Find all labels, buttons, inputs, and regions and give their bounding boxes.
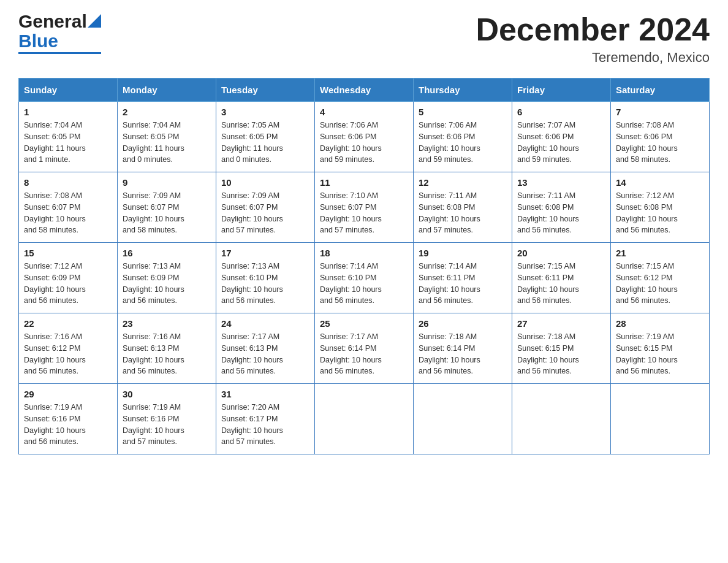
calendar-cell: 21Sunrise: 7:15 AMSunset: 6:12 PMDayligh… — [611, 243, 710, 313]
day-number: 21 — [616, 248, 704, 258]
calendar-cell: 14Sunrise: 7:12 AMSunset: 6:08 PMDayligh… — [611, 172, 710, 243]
day-info: Sunrise: 7:14 AMSunset: 6:10 PMDaylight:… — [320, 261, 408, 307]
day-number: 14 — [616, 177, 704, 188]
calendar-cell: 16Sunrise: 7:13 AMSunset: 6:09 PMDayligh… — [118, 243, 216, 313]
calendar-cell: 18Sunrise: 7:14 AMSunset: 6:10 PMDayligh… — [315, 243, 414, 313]
logo-blue-text: Blue — [18, 31, 58, 52]
day-number: 3 — [221, 107, 309, 117]
calendar-cell: 11Sunrise: 7:10 AMSunset: 6:07 PMDayligh… — [315, 172, 414, 243]
day-number: 6 — [517, 107, 605, 117]
calendar-cell — [414, 384, 512, 454]
day-number: 28 — [616, 318, 704, 329]
day-info: Sunrise: 7:13 AMSunset: 6:10 PMDaylight:… — [221, 261, 309, 307]
day-number: 20 — [517, 248, 605, 258]
calendar-week-row: 29Sunrise: 7:19 AMSunset: 6:16 PMDayligh… — [19, 384, 710, 454]
logo-general-text: General — [18, 12, 87, 31]
logo-triangle-icon — [88, 14, 101, 28]
day-info: Sunrise: 7:15 AMSunset: 6:12 PMDaylight:… — [616, 261, 704, 307]
weekday-header-friday: Friday — [512, 79, 611, 102]
calendar-header: SundayMondayTuesdayWednesdayThursdayFrid… — [19, 79, 710, 102]
page-subtitle: Teremendo, Mexico — [476, 50, 710, 66]
day-info: Sunrise: 7:05 AMSunset: 6:05 PMDaylight:… — [221, 120, 309, 166]
day-number: 29 — [24, 389, 112, 399]
day-number: 26 — [419, 318, 507, 329]
day-info: Sunrise: 7:06 AMSunset: 6:06 PMDaylight:… — [419, 120, 507, 166]
calendar-cell: 15Sunrise: 7:12 AMSunset: 6:09 PMDayligh… — [19, 243, 118, 313]
weekday-header-thursday: Thursday — [414, 79, 512, 102]
calendar-cell: 30Sunrise: 7:19 AMSunset: 6:16 PMDayligh… — [118, 384, 216, 454]
day-info: Sunrise: 7:04 AMSunset: 6:05 PMDaylight:… — [123, 120, 211, 166]
day-number: 1 — [24, 107, 112, 117]
calendar-cell: 10Sunrise: 7:09 AMSunset: 6:07 PMDayligh… — [216, 172, 315, 243]
day-info: Sunrise: 7:08 AMSunset: 6:06 PMDaylight:… — [616, 120, 704, 166]
day-number: 8 — [24, 177, 112, 188]
day-number: 17 — [221, 248, 309, 258]
logo: General Blue — [18, 12, 101, 54]
calendar-cell: 13Sunrise: 7:11 AMSunset: 6:08 PMDayligh… — [512, 172, 611, 243]
day-number: 15 — [24, 248, 112, 258]
calendar-cell: 6Sunrise: 7:07 AMSunset: 6:06 PMDaylight… — [512, 102, 611, 172]
day-info: Sunrise: 7:12 AMSunset: 6:08 PMDaylight:… — [616, 190, 704, 236]
calendar-cell: 5Sunrise: 7:06 AMSunset: 6:06 PMDaylight… — [414, 102, 512, 172]
calendar-cell: 24Sunrise: 7:17 AMSunset: 6:13 PMDayligh… — [216, 313, 315, 384]
calendar-cell: 28Sunrise: 7:19 AMSunset: 6:15 PMDayligh… — [611, 313, 710, 384]
calendar-cell: 25Sunrise: 7:17 AMSunset: 6:14 PMDayligh… — [315, 313, 414, 384]
calendar-week-row: 8Sunrise: 7:08 AMSunset: 6:07 PMDaylight… — [19, 172, 710, 243]
day-number: 2 — [123, 107, 211, 117]
calendar-cell: 29Sunrise: 7:19 AMSunset: 6:16 PMDayligh… — [19, 384, 118, 454]
day-number: 18 — [320, 248, 408, 258]
day-number: 30 — [123, 389, 211, 399]
calendar-cell: 3Sunrise: 7:05 AMSunset: 6:05 PMDaylight… — [216, 102, 315, 172]
day-number: 27 — [517, 318, 605, 329]
day-info: Sunrise: 7:18 AMSunset: 6:14 PMDaylight:… — [419, 331, 507, 377]
day-info: Sunrise: 7:10 AMSunset: 6:07 PMDaylight:… — [320, 190, 408, 236]
calendar-cell: 31Sunrise: 7:20 AMSunset: 6:17 PMDayligh… — [216, 384, 315, 454]
calendar-week-row: 1Sunrise: 7:04 AMSunset: 6:05 PMDaylight… — [19, 102, 710, 172]
calendar-cell — [611, 384, 710, 454]
weekday-header-row: SundayMondayTuesdayWednesdayThursdayFrid… — [19, 79, 710, 102]
day-info: Sunrise: 7:09 AMSunset: 6:07 PMDaylight:… — [123, 190, 211, 236]
day-number: 25 — [320, 318, 408, 329]
day-info: Sunrise: 7:19 AMSunset: 6:15 PMDaylight:… — [616, 331, 704, 377]
day-info: Sunrise: 7:14 AMSunset: 6:11 PMDaylight:… — [419, 261, 507, 307]
day-info: Sunrise: 7:04 AMSunset: 6:05 PMDaylight:… — [24, 120, 112, 166]
calendar-table: SundayMondayTuesdayWednesdayThursdayFrid… — [18, 78, 710, 454]
weekday-header-saturday: Saturday — [611, 79, 710, 102]
calendar-cell — [512, 384, 611, 454]
day-info: Sunrise: 7:17 AMSunset: 6:13 PMDaylight:… — [221, 331, 309, 377]
calendar-cell: 7Sunrise: 7:08 AMSunset: 6:06 PMDaylight… — [611, 102, 710, 172]
day-info: Sunrise: 7:18 AMSunset: 6:15 PMDaylight:… — [517, 331, 605, 377]
page-title: December 2024 — [476, 12, 710, 47]
day-number: 22 — [24, 318, 112, 329]
weekday-header-tuesday: Tuesday — [216, 79, 315, 102]
title-block: December 2024 Teremendo, Mexico — [476, 12, 710, 66]
day-number: 19 — [419, 248, 507, 258]
day-number: 5 — [419, 107, 507, 117]
day-info: Sunrise: 7:06 AMSunset: 6:06 PMDaylight:… — [320, 120, 408, 166]
day-number: 24 — [221, 318, 309, 329]
day-number: 7 — [616, 107, 704, 117]
day-number: 4 — [320, 107, 408, 117]
day-info: Sunrise: 7:12 AMSunset: 6:09 PMDaylight:… — [24, 261, 112, 307]
day-info: Sunrise: 7:16 AMSunset: 6:12 PMDaylight:… — [24, 331, 112, 377]
day-number: 11 — [320, 177, 408, 188]
day-number: 10 — [221, 177, 309, 188]
day-number: 23 — [123, 318, 211, 329]
page-header: General Blue December 2024 Teremendo, Me… — [18, 12, 710, 66]
calendar-cell: 23Sunrise: 7:16 AMSunset: 6:13 PMDayligh… — [118, 313, 216, 384]
day-number: 16 — [123, 248, 211, 258]
day-info: Sunrise: 7:19 AMSunset: 6:16 PMDaylight:… — [24, 402, 112, 448]
calendar-cell: 26Sunrise: 7:18 AMSunset: 6:14 PMDayligh… — [414, 313, 512, 384]
calendar-cell: 8Sunrise: 7:08 AMSunset: 6:07 PMDaylight… — [19, 172, 118, 243]
day-number: 12 — [419, 177, 507, 188]
calendar-cell: 9Sunrise: 7:09 AMSunset: 6:07 PMDaylight… — [118, 172, 216, 243]
calendar-cell: 4Sunrise: 7:06 AMSunset: 6:06 PMDaylight… — [315, 102, 414, 172]
calendar-cell — [315, 384, 414, 454]
calendar-body: 1Sunrise: 7:04 AMSunset: 6:05 PMDaylight… — [19, 102, 710, 454]
day-info: Sunrise: 7:20 AMSunset: 6:17 PMDaylight:… — [221, 402, 309, 448]
day-number: 9 — [123, 177, 211, 188]
calendar-week-row: 15Sunrise: 7:12 AMSunset: 6:09 PMDayligh… — [19, 243, 710, 313]
day-info: Sunrise: 7:08 AMSunset: 6:07 PMDaylight:… — [24, 190, 112, 236]
calendar-cell: 2Sunrise: 7:04 AMSunset: 6:05 PMDaylight… — [118, 102, 216, 172]
logo-underline — [18, 52, 101, 54]
